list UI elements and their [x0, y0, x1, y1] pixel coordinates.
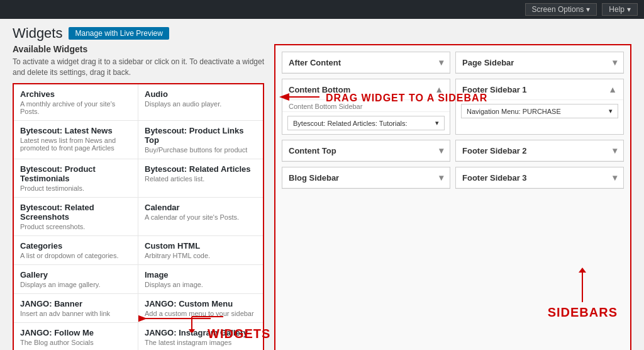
sidebar-arrow: ▲: [608, 84, 617, 94]
left-panel: Available Widgets To activate a widget d…: [13, 44, 264, 346]
widgets-grid: Archives A monthly archive of your site'…: [14, 84, 263, 350]
widget-desc: The latest instagram images: [145, 339, 257, 346]
widget-desc: The Blog author Socials: [20, 339, 131, 346]
sidebar-title: Footer Sidebar 1: [462, 85, 527, 94]
widget-desc: Displays an image.: [145, 281, 257, 288]
page-header: Widgets Manage with Live Preview: [0, 19, 644, 44]
widget-item[interactable]: Audio Displays an audio player.: [138, 84, 263, 121]
sidebar-title: Footer Sidebar 3: [462, 173, 527, 183]
widget-item[interactable]: JANGO: Custom Menu Add a custom menu to …: [138, 294, 263, 323]
sidebar-header-page-sidebar[interactable]: Page Sidebar ▾: [456, 52, 623, 73]
widget-desc: A monthly archive of your site's Posts.: [20, 100, 131, 115]
available-widgets-title: Available Widgets: [13, 44, 264, 54]
help-button[interactable]: Help ▾: [602, 3, 638, 16]
widget-desc: A calendar of your site's Posts.: [145, 213, 257, 221]
sidebar-arrow: ▾: [613, 145, 617, 155]
widget-name: JANGO: Banner: [20, 299, 131, 308]
sidebar-arrow: ▾: [439, 145, 443, 155]
widget-item[interactable]: Gallery Displays an image gallery.: [14, 265, 138, 294]
widget-desc: Add a custom menu to your sidebar: [145, 310, 257, 317]
sidebar-title: Content Bottom: [289, 85, 350, 94]
widget-name: Bytescout: Product Links Top: [145, 126, 257, 145]
widget-name: JANGO: Follow Me: [20, 328, 131, 337]
widget-name: Bytescout: Related Screenshots: [20, 203, 131, 222]
widget-item[interactable]: Image Displays an image.: [138, 265, 263, 294]
sidebar-header-after-content[interactable]: After Content ▾: [282, 52, 450, 73]
sidebar-inner-widget[interactable]: Navigation Menu: PURCHASE ▾: [461, 104, 618, 118]
widget-desc: Buy/Purchase buttons for product: [145, 146, 257, 154]
widget-name: Categories: [20, 241, 131, 251]
widget-item[interactable]: Bytescout: Related Articles Related arti…: [138, 159, 263, 198]
widget-name: Audio: [145, 89, 257, 99]
sidebar-arrow: ▲: [435, 84, 443, 94]
sidebar-section-footer-1: Footer Sidebar 1 ▲ Navigation Menu: PURC…: [455, 79, 624, 135]
sidebar-title: After Content: [289, 58, 341, 67]
page-title: Widgets: [13, 25, 62, 42]
sidebar-sub-label: Content Bottom Sidebar: [282, 100, 450, 112]
sidebar-inner-widget[interactable]: Bytescout: Related Articles: Tutorials: …: [287, 116, 445, 130]
screen-options-button[interactable]: Screen Options ▾: [525, 3, 597, 16]
sidebar-header-footer-3[interactable]: Footer Sidebar 3 ▾: [456, 167, 623, 188]
widget-item[interactable]: Categories A list or dropdown of categor…: [14, 236, 138, 265]
widget-desc: Product testimonials.: [20, 184, 131, 192]
sidebar-arrow: ▾: [439, 172, 443, 183]
widget-item[interactable]: Bytescout: Product Links Top Buy/Purchas…: [138, 121, 263, 159]
widget-item[interactable]: Custom HTML Arbitrary HTML code.: [138, 236, 263, 265]
sidebar-section-footer-3: Footer Sidebar 3 ▾: [455, 167, 624, 189]
sidebar-section-content-bottom: Content Bottom ▲ Content Bottom Sidebar …: [282, 79, 450, 135]
widget-item[interactable]: Bytescout: Product Testimonials Product …: [14, 159, 138, 198]
screen-options-label: Screen Options: [532, 5, 584, 14]
widget-desc: Displays an audio player.: [145, 100, 257, 108]
sidebar-title: Content Top: [289, 146, 336, 155]
sidebar-section-page-sidebar: Page Sidebar ▾: [455, 52, 624, 74]
help-arrow: ▾: [627, 5, 631, 14]
sidebar-arrow: ▾: [613, 172, 617, 183]
sidebar-arrow: ▾: [439, 57, 443, 67]
widget-name: Bytescout: Product Testimonials: [20, 164, 131, 183]
widget-desc: Arbitrary HTML code.: [145, 252, 257, 259]
widget-item[interactable]: Bytescout: Latest News Latest news list …: [14, 121, 138, 159]
sidebar-header-footer-2[interactable]: Footer Sidebar 2 ▾: [456, 140, 623, 161]
widget-desc: Displays an image gallery.: [20, 281, 131, 288]
inner-widget-arrow: ▾: [609, 107, 613, 115]
widget-item[interactable]: JANGO: Banner Insert an adv banner with …: [14, 294, 138, 323]
inner-widget-arrow: ▾: [435, 119, 439, 127]
sidebars-grid: After Content ▾ Page Sidebar ▾ Content B…: [282, 52, 624, 189]
sidebar-header-footer-1[interactable]: Footer Sidebar 1 ▲: [456, 79, 623, 100]
widget-item[interactable]: Archives A monthly archive of your site'…: [14, 84, 138, 121]
widget-item[interactable]: JANGO: Instagram Gallery The latest inst…: [138, 323, 263, 350]
sidebars-annotation: SIDEBARS: [548, 305, 618, 319]
manage-live-preview-button[interactable]: Manage with Live Preview: [69, 27, 169, 40]
help-label: Help: [609, 5, 625, 14]
widgets-box: Archives A monthly archive of your site'…: [13, 83, 264, 350]
sidebar-section-footer-2: Footer Sidebar 2 ▾: [455, 140, 624, 162]
sidebar-section-content-top: Content Top ▾: [282, 140, 450, 162]
widget-name: Image: [145, 270, 257, 279]
widget-item[interactable]: Calendar A calendar of your site's Posts…: [138, 198, 263, 236]
sidebar-header-blog-sidebar[interactable]: Blog Sidebar ▾: [282, 167, 450, 188]
sidebar-section-after-content: After Content ▾: [282, 52, 450, 74]
widget-desc: Latest news list from News and promoted …: [20, 137, 131, 152]
sidebar-header-content-bottom[interactable]: Content Bottom ▲: [282, 79, 450, 100]
sidebar-section-blog-sidebar: Blog Sidebar ▾: [282, 167, 450, 189]
sidebar-arrow: ▾: [613, 57, 617, 67]
widget-name: JANGO: Custom Menu: [145, 299, 257, 308]
widget-item[interactable]: Bytescout: Related Screenshots Product s…: [14, 198, 138, 236]
widget-name: Calendar: [145, 203, 257, 212]
widget-name: Custom HTML: [145, 241, 257, 251]
widget-item[interactable]: JANGO: Follow Me The Blog author Socials: [14, 323, 138, 350]
widget-name: JANGO: Instagram Gallery: [145, 328, 257, 337]
screen-options-arrow: ▾: [586, 5, 590, 14]
sidebar-title: Blog Sidebar: [289, 173, 339, 183]
top-bar: Screen Options ▾ Help ▾: [0, 0, 644, 19]
inner-widget-label: Bytescout: Related Articles: Tutorials:: [293, 120, 408, 127]
right-panel: DRAG WIDGET TO A SIDEBAR SIDEBARS After …: [274, 44, 631, 350]
widget-desc: Product screenshots.: [20, 223, 131, 230]
available-widgets-desc: To activate a widget drag it to a sideba…: [13, 57, 264, 78]
sidebar-title: Page Sidebar: [462, 58, 514, 67]
widget-desc: Related articles list.: [145, 175, 257, 183]
inner-widget-label: Navigation Menu: PURCHASE: [467, 108, 561, 115]
widget-name: Gallery: [20, 270, 131, 279]
sidebar-header-content-top[interactable]: Content Top ▾: [282, 140, 450, 161]
widget-name: Bytescout: Related Articles: [145, 164, 257, 174]
